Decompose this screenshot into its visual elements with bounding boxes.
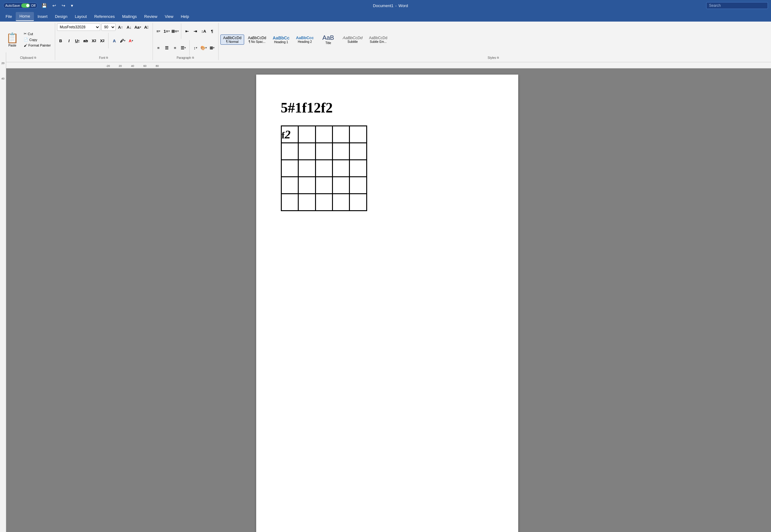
copy-button[interactable]: 📄 Copy [22, 37, 52, 42]
paste-button[interactable]: 📋 Paste [4, 31, 21, 48]
table-cell-5-4[interactable] [332, 194, 349, 211]
style-heading2[interactable]: AaBbCcc Heading 2 [293, 34, 317, 45]
bold-button[interactable]: B [57, 37, 64, 44]
redo-button[interactable]: ↪ [60, 2, 67, 9]
table-cell-4-5[interactable] [350, 177, 367, 194]
styles-expand-icon[interactable]: ⧉ [497, 56, 499, 59]
align-left-button[interactable]: ≡ [155, 44, 162, 51]
search-input[interactable] [706, 2, 768, 9]
numbered-list-button[interactable]: 1≡▾ [163, 27, 170, 35]
style-title[interactable]: AaB Title [318, 33, 339, 46]
style-subtleem[interactable]: AaBbCcDd Subtle Em... [366, 35, 390, 45]
decrease-indent-button[interactable]: ⇤ [183, 27, 191, 35]
menu-item-view[interactable]: View [161, 12, 177, 21]
table-cell-1-4[interactable] [332, 126, 349, 143]
document-table[interactable]: f2 [281, 125, 367, 211]
shading-button[interactable]: 🎨▾ [200, 44, 207, 51]
text-effects-button[interactable]: A [111, 37, 118, 44]
sort-button[interactable]: ↕A [200, 27, 207, 35]
paragraph-expand-icon[interactable]: ⧉ [192, 56, 194, 59]
table-cell-1-5[interactable] [350, 126, 367, 143]
justify-button[interactable]: ☰▾ [180, 44, 187, 51]
superscript-button[interactable]: X2 [99, 37, 106, 44]
table-cell-3-5[interactable] [350, 160, 367, 177]
menu-item-insert[interactable]: Insert [34, 12, 51, 21]
table-cell-1-1[interactable]: f2 [281, 126, 298, 143]
font-name-select[interactable]: MusFrets32028 [57, 23, 100, 31]
menu-item-help[interactable]: Help [177, 12, 193, 21]
align-right-button[interactable]: ≡ [171, 44, 179, 51]
document-area[interactable]: 5#1f12f2 f2 [0, 68, 771, 532]
multilevel-list-button[interactable]: ⊞≡▾ [171, 27, 179, 35]
font-size-select[interactable]: 90 [101, 23, 116, 31]
underline-button[interactable]: U▾ [74, 37, 81, 44]
table-cell-1-2[interactable] [298, 126, 315, 143]
increase-indent-button[interactable]: ⇥ [192, 27, 199, 35]
table-cell-2-5[interactable] [350, 143, 367, 160]
table-cell-3-3[interactable] [315, 160, 332, 177]
italic-button[interactable]: I [65, 37, 73, 44]
table-cell-4-3[interactable] [315, 177, 332, 194]
align-center-button[interactable]: ☰ [163, 44, 170, 51]
menu-item-home[interactable]: Home [16, 12, 34, 21]
table-cell-2-3[interactable] [315, 143, 332, 160]
bullet-list-button[interactable]: ≡▾ [155, 27, 162, 35]
ruler-mark-80: 80 [154, 64, 160, 68]
show-marks-button[interactable]: ¶ [208, 27, 216, 35]
doc-title: Document1 [373, 3, 393, 8]
style-nospace[interactable]: AaBbCcDd ¶ No Spac... [245, 35, 269, 45]
menu-item-file[interactable]: File [2, 12, 16, 21]
table-cell-4-2[interactable] [298, 177, 315, 194]
table-cell-5-5[interactable] [350, 194, 367, 211]
undo-button[interactable]: ↩ [51, 2, 58, 9]
table-cell-5-3[interactable] [315, 194, 332, 211]
table-cell-5-1[interactable] [281, 194, 298, 211]
borders-button[interactable]: ⊞▾ [208, 44, 216, 51]
format-painter-icon: 🖌 [24, 43, 27, 47]
v-ruler-40: 40 [1, 77, 4, 80]
menu-item-review[interactable]: Review [141, 12, 161, 21]
clear-format-button[interactable]: A⃝ [143, 23, 150, 31]
cut-button[interactable]: ✂ Cut [22, 31, 52, 36]
page-content[interactable]: 5#1f12f2 f2 [281, 99, 494, 346]
para-row1: ≡▾ 1≡▾ ⊞≡▾ ⇤ ⇥ ↕A ¶ [155, 23, 216, 39]
table-cell-5-2[interactable] [298, 194, 315, 211]
style-heading1[interactable]: AaBbCc Heading 1 [270, 34, 292, 45]
clipboard-buttons: 📋 Paste ✂ Cut 📄 Copy 🖌 Format Painter [4, 31, 52, 48]
table-cell-3-1[interactable] [281, 160, 298, 177]
clipboard-expand-icon[interactable]: ⧉ [34, 56, 36, 59]
autosave-toggle[interactable]: AutoSave Off [3, 2, 38, 9]
style-subtitle[interactable]: AaBbCcDd Subtitle [340, 34, 365, 45]
table-cell-3-2[interactable] [298, 160, 315, 177]
line-spacing-button[interactable]: ↕▾ [192, 44, 199, 51]
menu-item-layout[interactable]: Layout [71, 12, 91, 21]
styles-group-label: Styles ⧉ [220, 56, 766, 59]
customize-button[interactable]: ▾ [69, 2, 75, 9]
decrease-font-button[interactable]: A↓ [125, 23, 133, 31]
table-cell-3-4[interactable] [332, 160, 349, 177]
ruler-mark-neg20: -20 [105, 64, 111, 68]
menu-item-references[interactable]: References [91, 12, 118, 21]
font-color-button[interactable]: A▾ [127, 37, 135, 44]
autosave-switch[interactable] [21, 3, 30, 8]
table-cell-2-4[interactable] [332, 143, 349, 160]
save-button[interactable]: 💾 [40, 2, 48, 9]
highlight-color-button[interactable]: 🖊▾ [119, 37, 126, 44]
change-case-button[interactable]: Aa▾ [134, 23, 141, 31]
increase-font-button[interactable]: A↑ [117, 23, 124, 31]
font-expand-icon[interactable]: ⧉ [106, 56, 108, 59]
title-separator: - [395, 3, 396, 8]
format-painter-button[interactable]: 🖌 Format Painter [22, 43, 52, 48]
styles-group: AaBbCcDd ¶ Normal AaBbCcDd ¶ No Spac... … [219, 23, 769, 60]
strikethrough-button[interactable]: ab [82, 37, 89, 44]
subscript-button[interactable]: X2 [90, 37, 98, 44]
document-title-text[interactable]: 5#1f12f2 [281, 99, 494, 116]
table-cell-4-4[interactable] [332, 177, 349, 194]
table-cell-1-3[interactable] [315, 126, 332, 143]
table-cell-2-2[interactable] [298, 143, 315, 160]
menu-item-mailings[interactable]: Mailings [118, 12, 141, 21]
menu-item-design[interactable]: Design [51, 12, 71, 21]
table-cell-2-1[interactable] [281, 143, 298, 160]
table-cell-4-1[interactable] [281, 177, 298, 194]
style-normal[interactable]: AaBbCcDd ¶ Normal [220, 35, 244, 45]
